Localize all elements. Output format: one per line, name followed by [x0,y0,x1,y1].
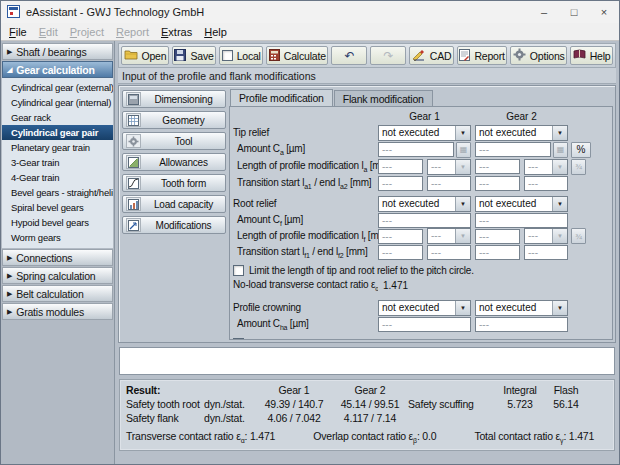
root-relief-gear1-select[interactable]: not executed ▼ [378,196,471,212]
sidebar-category-shaft-bearings[interactable]: ▶ Shaft / bearings [2,43,113,60]
profile-crowning-gear1-select[interactable]: not executed ▼ [378,300,471,316]
tooth-form-button[interactable]: Tooth form [122,174,226,192]
app-icon [7,5,20,20]
root-length-gear1-field[interactable]: --- [378,229,423,244]
local-checkbox[interactable] [222,50,233,61]
safety-tooth-root-mode: dyn./stat. [204,398,256,410]
allowances-icon [126,155,141,169]
sidebar-category-spring-calculation[interactable]: ▶ Spring calculation [2,267,113,284]
sidebar-item-spiral-bevel-gears[interactable]: Spiral bevel gears [2,200,113,215]
crowning-amount-gear1-field[interactable]: --- [378,317,471,332]
chevron-down-icon[interactable]: ▼ [455,301,470,315]
chevron-down-icon[interactable]: ▼ [552,126,567,140]
collapsed-arrow-icon: ▶ [7,308,12,316]
menu-file[interactable]: File [3,25,33,39]
sidebar: ▶ Shaft / bearings ◢ Gear calculation Cy… [1,41,115,464]
theoretical-length-checkbox[interactable] [233,338,244,341]
safety-tooth-root-gear2: 45.14 / 99.51 [332,398,408,410]
root-transition-gear2-start-field[interactable]: --- [475,245,520,260]
save-button[interactable]: Save [172,46,216,65]
sidebar-category-label: Gear calculation [16,64,95,76]
crowning-amount-gear2-field[interactable]: --- [475,317,568,332]
chevron-down-icon[interactable]: ▼ [552,301,567,315]
tip-amount-gear1-calc-button: ▦ [456,142,471,158]
sidebar-category-belt-calculation[interactable]: ▶ Belt calculation [2,285,113,302]
safety-scuffing-integral: 5.723 [496,398,544,410]
root-length-gear2-field[interactable]: --- [475,229,520,244]
sidebar-category-label: Shaft / bearings [16,46,86,58]
root-relief-gear2-select[interactable]: not executed ▼ [475,196,568,212]
sidebar-category-connections[interactable]: ▶ Connections [2,249,113,266]
sidebar-item-cylindrical-gear-internal[interactable]: Cylindrical gear (internal) [2,95,113,110]
options-button[interactable]: Options [510,46,567,65]
root-transition-gear1-end-field[interactable]: --- [427,245,471,260]
crowning-amount-row: Amount Cha [µm] --- --- [233,316,610,333]
app-window: eAssistant - GWJ Technology GmbH – □ × F… [0,0,620,465]
tip-transition-gear1-end-field[interactable]: --- [427,176,471,191]
menu-help[interactable]: Help [198,25,233,39]
root-transition-gear1-start-field[interactable]: --- [378,245,423,260]
root-amount-gear2-field[interactable]: --- [475,213,568,228]
close-button[interactable]: × [589,1,619,23]
result-flash-header: Flash [544,384,588,396]
profile-crowning-label: Profile crowning [233,302,378,313]
chevron-down-icon[interactable]: ▼ [455,126,470,140]
book-icon [573,49,586,62]
root-transition-gear2-end-field[interactable]: --- [524,245,568,260]
sidebar-category-gratis-modules[interactable]: ▶ Gratis modules [2,303,113,320]
undo-button[interactable]: ↶ [331,46,367,65]
calculate-button[interactable]: Calculate [266,46,328,65]
report-button[interactable]: Report [457,46,507,65]
sidebar-item-worm-gears[interactable]: Worm gears [2,230,113,245]
sidebar-item-bevel-gears[interactable]: Bevel gears - straight/helical [2,185,113,200]
tip-transition-gear2-start-field[interactable]: --- [475,176,520,191]
minimize-button[interactable]: – [529,1,559,23]
status-line: Input of the profile and flank modificat… [118,68,616,84]
help-button[interactable]: Help [570,46,613,65]
safety-scuffing-flash: 56.14 [544,398,588,410]
sidebar-item-cylindrical-gear-external[interactable]: Cylindrical gear (external) [2,80,113,95]
sidebar-item-hypoid-bevel-gears[interactable]: Hypoid bevel gears [2,215,113,230]
tab-flank-modification[interactable]: Flank modification [334,90,433,107]
no-load-contact-ratio-row: No-load transverse contact ratio εα 1.47… [233,277,610,293]
root-amount-gear1-field[interactable]: --- [378,213,471,228]
sidebar-item-gear-rack[interactable]: Gear rack [2,110,113,125]
tip-transition-gear2-end-field[interactable]: --- [524,176,568,191]
allowances-button[interactable]: Allowances [122,153,226,171]
gear-icon [513,48,526,63]
limit-pitch-circle-checkbox[interactable] [233,265,244,276]
tip-relief-gear2-select[interactable]: not executed ▼ [475,125,568,141]
cad-button-label: CAD [430,50,452,62]
modifications-button[interactable]: Modifications [122,216,226,234]
sidebar-item-planetary-gear-train[interactable]: Planetary gear train [2,140,113,155]
open-button[interactable]: Open [121,46,169,65]
menu-extras[interactable]: Extras [155,25,198,39]
profile-crowning-gear2-select[interactable]: not executed ▼ [475,300,568,316]
sidebar-category-gear-calculation[interactable]: ◢ Gear calculation [2,61,113,78]
tip-amount-gear2-field[interactable]: --- [475,142,551,157]
tip-amount-gear1-field[interactable]: --- [378,142,454,157]
chevron-down-icon: ▼ [552,229,567,243]
geometry-button[interactable]: Geometry [122,111,226,129]
maximize-button[interactable]: □ [559,1,589,23]
gear2-header: Gear 2 [475,111,568,122]
load-capacity-button[interactable]: Load capacity [122,195,226,213]
percent-button[interactable]: % [571,142,591,158]
tip-length-gear1-field[interactable]: --- [378,159,423,174]
safety-flank-gear1: 4.06 / 7.042 [256,412,332,424]
tip-transition-gear1-start-field[interactable]: --- [378,176,423,191]
tool-button[interactable]: Tool [122,132,226,150]
tab-profile-modification[interactable]: Profile modification [230,89,333,106]
sidebar-item-3-gear-train[interactable]: 3-Gear train [2,155,113,170]
chevron-down-icon[interactable]: ▼ [552,197,567,211]
chevron-down-icon[interactable]: ▼ [455,197,470,211]
main-panel: Dimensioning Geometry Tool Allowances [118,85,616,343]
sidebar-item-4-gear-train[interactable]: 4-Gear train [2,170,113,185]
cad-button[interactable]: CAD [409,46,454,65]
sidebar-item-cylindrical-gear-pair[interactable]: Cylindrical gear pair [2,125,113,140]
dimensioning-button[interactable]: Dimensioning [122,90,226,108]
local-toggle[interactable]: Local [219,46,263,65]
tip-length-gear2-field[interactable]: --- [475,159,520,174]
tip-relief-gear1-select[interactable]: not executed ▼ [378,125,471,141]
load-capacity-label: Load capacity [145,199,222,210]
